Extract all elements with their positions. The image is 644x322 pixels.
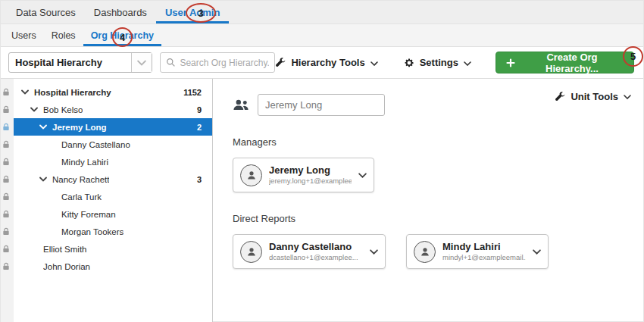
- tree-row-label: Hospital Hierarchy: [34, 88, 111, 97]
- create-org-hierarchy-button[interactable]: Create Org Hierarchy...: [496, 52, 634, 73]
- lock-icon: [2, 210, 10, 219]
- managers-heading: Managers: [233, 136, 631, 148]
- annotation-circle-5: 5: [623, 46, 643, 67]
- chevron-down-icon[interactable]: [30, 107, 43, 112]
- search-icon: [166, 58, 176, 67]
- annotation-circle-4: 4: [112, 27, 133, 47]
- org-unit-people-icon: [233, 98, 249, 111]
- person-email: mindyl+1@exampleemail...: [442, 253, 526, 262]
- person-email: jeremy.long+1@examplee...: [269, 177, 352, 186]
- lock-icon: [2, 88, 10, 97]
- chevron-down-icon[interactable]: [39, 177, 52, 182]
- secondary-nav: Users Roles Org Hierarchy: [1, 24, 643, 47]
- chevron-down-icon[interactable]: [39, 124, 52, 130]
- nav-dashboards[interactable]: Dashboards: [85, 1, 156, 23]
- direct-report-card[interactable]: Mindy Lahiri mindyl+1@exampleemail...: [406, 234, 549, 269]
- tree-row-label: Nancy Rachett: [52, 175, 109, 184]
- lock-icon: [2, 192, 10, 202]
- direct-reports-heading: Direct Reports: [233, 213, 631, 224]
- lock-icon: [2, 140, 10, 149]
- tree-row-label: John Dorian: [43, 262, 90, 271]
- tree-row-label: Elliot Smith: [43, 245, 87, 254]
- tree-row-count: 1152: [183, 88, 212, 97]
- settings-button[interactable]: Settings: [404, 57, 471, 68]
- hierarchy-tools-button[interactable]: Hierarchy Tools: [275, 57, 377, 68]
- hierarchy-select-value: Hospital Hierarchy: [9, 53, 131, 72]
- person-email: dcastellano+1@examplee...: [269, 253, 358, 262]
- unit-name-input[interactable]: [258, 94, 385, 116]
- wrench-icon: [275, 58, 286, 68]
- tree-row[interactable]: John Dorian: [14, 258, 212, 275]
- tree-row[interactable]: Hospital Hierarchy 1152: [14, 83, 212, 101]
- chevron-down-icon[interactable]: [533, 249, 541, 255]
- lock-icon: [2, 245, 10, 254]
- org-tree-panel: Hospital Hierarchy 1152 Bob Kelso 9 Jere…: [1, 79, 213, 322]
- person-name: Danny Castellano: [269, 241, 358, 253]
- tree-row[interactable]: Kitty Foreman: [14, 205, 212, 223]
- lock-icon: [2, 262, 10, 271]
- avatar-icon: [414, 241, 436, 263]
- chevron-down-icon: [464, 61, 471, 66]
- tree-row[interactable]: Morgan Tookers: [14, 223, 212, 240]
- tree-row-label: Morgan Tookers: [61, 227, 123, 236]
- plus-icon: [506, 58, 515, 67]
- tree-row-label: Danny Castellano: [61, 140, 130, 149]
- tree-row[interactable]: Danny Castellano: [14, 136, 212, 153]
- lock-icon: [2, 227, 10, 236]
- hierarchy-tools-label: Hierarchy Tools: [291, 57, 364, 68]
- org-admin-app: Data Sources Dashboards User Admin Users…: [0, 0, 644, 322]
- unit-tools-button[interactable]: Unit Tools: [555, 91, 631, 102]
- tree-row[interactable]: Nancy Rachett 3: [14, 170, 212, 188]
- chevron-down-icon[interactable]: [358, 173, 367, 178]
- managers-list: Jeremy Long jeremy.long+1@examplee...: [233, 158, 631, 192]
- person-name: Jeremy Long: [269, 164, 352, 177]
- tree-row[interactable]: Mindy Lahiri: [14, 153, 212, 170]
- primary-nav: Data Sources Dashboards User Admin: [1, 1, 643, 24]
- tree-row-count: 9: [197, 105, 212, 114]
- chevron-down-icon: [370, 61, 378, 66]
- tab-users[interactable]: Users: [4, 24, 44, 46]
- tree-row-label: Kitty Foreman: [61, 210, 116, 219]
- avatar-icon: [240, 241, 262, 263]
- tree-row-label: Bob Kelso: [43, 105, 83, 114]
- unit-detail-panel: Unit Tools Managers Jeremy Lon: [213, 79, 643, 322]
- tree-row-count: 3: [197, 175, 212, 184]
- person-name: Mindy Lahiri: [442, 241, 526, 253]
- nav-data-sources[interactable]: Data Sources: [7, 1, 85, 23]
- chevron-down-icon: [624, 95, 631, 99]
- chevron-down-icon[interactable]: [21, 89, 34, 95]
- avatar-icon: [240, 164, 262, 186]
- direct-reports-list: Danny Castellano dcastellano+1@examplee.…: [233, 234, 631, 269]
- chevron-down-icon[interactable]: [370, 249, 378, 255]
- hierarchy-select[interactable]: Hospital Hierarchy: [8, 52, 152, 73]
- toolbar: Hospital Hierarchy Hierarchy Tools S: [1, 47, 643, 79]
- gear-icon: [404, 58, 414, 68]
- lock-icon: [2, 175, 10, 184]
- tree-row-label: Jeremy Long: [52, 123, 107, 132]
- tree-row-count: 2: [197, 123, 212, 132]
- wrench-icon: [555, 92, 565, 102]
- tree-row[interactable]: Carla Turk: [14, 188, 212, 205]
- create-org-hierarchy-label: Create Org Hierarchy...: [521, 52, 624, 74]
- annotation-circle-3: 3: [186, 3, 216, 23]
- lock-icon: [2, 158, 10, 167]
- tree-row-label: Carla Turk: [61, 192, 102, 202]
- content: Hospital Hierarchy 1152 Bob Kelso 9 Jere…: [1, 79, 643, 322]
- search-input[interactable]: [180, 58, 269, 68]
- tab-roles[interactable]: Roles: [44, 24, 83, 46]
- tree-row-selected[interactable]: Jeremy Long 2: [14, 118, 212, 136]
- settings-label: Settings: [420, 57, 458, 68]
- lock-icon: [2, 123, 10, 132]
- direct-report-card[interactable]: Danny Castellano dcastellano+1@examplee.…: [233, 234, 386, 269]
- tree-row-label: Mindy Lahiri: [61, 158, 108, 167]
- manager-card[interactable]: Jeremy Long jeremy.long+1@examplee...: [233, 158, 374, 192]
- tree-row[interactable]: Bob Kelso 9: [14, 101, 212, 118]
- lock-icon: [2, 105, 10, 114]
- tree-row[interactable]: Elliot Smith: [14, 240, 212, 258]
- chevron-down-icon: [131, 53, 152, 72]
- org-hierarchy-search: [160, 52, 275, 73]
- unit-tools-label: Unit Tools: [571, 91, 618, 102]
